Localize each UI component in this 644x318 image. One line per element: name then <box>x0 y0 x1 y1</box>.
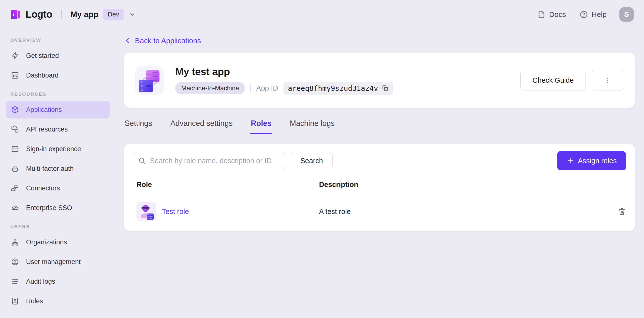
bar-chart-icon <box>11 71 19 79</box>
check-guide-button[interactable]: Check Guide <box>520 70 586 91</box>
env-badge: Dev <box>103 9 124 20</box>
org-chart-icon <box>11 238 19 246</box>
sidebar-item-audit-logs[interactable]: Audit logs <box>6 273 110 290</box>
role-icon <box>136 202 156 221</box>
current-app-name: My app <box>70 10 98 19</box>
tab-bar: Settings Advanced settings Roles Machine… <box>124 117 635 134</box>
docs-label: Docs <box>549 10 566 19</box>
user-avatar[interactable]: S <box>620 7 634 22</box>
chevron-left-icon <box>124 37 132 44</box>
app-header-card: My test app Machine-to-Machine App ID ar… <box>124 53 635 108</box>
sidebar-item-roles[interactable]: Roles <box>6 292 110 310</box>
column-header-description: Description <box>319 181 609 189</box>
column-header-role: Role <box>133 181 319 189</box>
app-id-value: areeq8fhmy9szud31az4v <box>288 84 378 93</box>
lightning-icon <box>11 51 19 60</box>
table-row: Test role A test role <box>133 194 626 229</box>
sidebar-item-user-management[interactable]: User management <box>6 253 110 271</box>
meta-divider <box>250 84 251 92</box>
cloud-box-icon <box>11 125 19 134</box>
copy-icon[interactable] <box>382 85 388 92</box>
connectors-icon <box>11 184 19 192</box>
brand: Logto <box>10 9 52 20</box>
app-switcher[interactable]: My app Dev <box>70 9 136 20</box>
cube-icon <box>11 106 19 114</box>
m2m-app-icon <box>135 66 164 95</box>
tab-advanced-settings[interactable]: Advanced settings <box>170 117 233 134</box>
cloud-key-icon <box>11 204 19 212</box>
search-input[interactable] <box>150 157 281 165</box>
app-id-label: App ID <box>256 84 278 92</box>
sidebar-item-applications[interactable]: Applications <box>6 101 110 119</box>
lock-icon <box>11 164 19 173</box>
search-icon <box>138 157 146 165</box>
back-to-applications-link[interactable]: Back to Applications <box>124 36 201 45</box>
tab-roles[interactable]: Roles <box>250 117 272 134</box>
role-name-link[interactable]: Test role <box>162 208 189 216</box>
docs-button[interactable]: Docs <box>537 10 566 19</box>
app-title: My test app <box>175 66 520 78</box>
help-label: Help <box>592 10 607 19</box>
sidebar-item-connectors[interactable]: Connectors <box>6 179 110 197</box>
tab-machine-logs[interactable]: Machine logs <box>289 117 335 134</box>
delete-role-button[interactable] <box>609 207 626 216</box>
topbar: Logto My app Dev Docs Help S <box>0 0 644 29</box>
trash-icon <box>618 207 626 216</box>
sidebar-item-api-resources[interactable]: API resources <box>6 121 110 138</box>
help-button[interactable]: Help <box>580 10 607 19</box>
chevron-down-icon <box>128 11 136 18</box>
topbar-divider <box>61 10 62 19</box>
help-icon <box>580 10 588 19</box>
plus-icon <box>566 157 574 164</box>
kebab-menu-button[interactable] <box>592 70 624 91</box>
assign-roles-button[interactable]: Assign roles <box>557 151 626 170</box>
table-header-row: Role Description <box>133 175 626 194</box>
sidebar-section-users: USERS <box>10 224 105 229</box>
sidebar-item-get-started[interactable]: Get started <box>6 47 110 65</box>
user-circle-icon <box>11 258 19 266</box>
browser-icon <box>11 145 19 153</box>
app-id-pill: areeq8fhmy9szud31az4v <box>284 82 393 95</box>
document-icon <box>537 10 546 19</box>
sidebar: OVERVIEW Get started Dashboard RESOURCES <box>0 29 116 318</box>
sidebar-item-organizations[interactable]: Organizations <box>6 233 110 251</box>
main-content: Back to Applications <box>116 29 644 318</box>
app-type-badge: Machine-to-Machine <box>175 82 245 94</box>
logto-logo-icon <box>10 9 21 20</box>
sidebar-item-dashboard[interactable]: Dashboard <box>6 66 110 84</box>
tab-settings[interactable]: Settings <box>124 117 153 134</box>
id-card-icon <box>11 297 19 305</box>
list-icon <box>11 277 19 286</box>
brand-name: Logto <box>26 9 52 20</box>
sidebar-section-resources: RESOURCES <box>10 92 105 97</box>
sidebar-item-multi-factor-auth[interactable]: Multi-factor auth <box>6 160 110 177</box>
search-button[interactable]: Search <box>291 152 332 169</box>
role-description: A test role <box>319 208 609 216</box>
sidebar-item-enterprise-sso[interactable]: Enterprise SSO <box>6 199 110 217</box>
role-search-box[interactable] <box>133 152 286 169</box>
roles-table: Role Description <box>133 175 626 229</box>
sidebar-section-overview: OVERVIEW <box>10 37 105 43</box>
sidebar-item-sign-in-experience[interactable]: Sign-in experience <box>6 140 110 158</box>
roles-panel: Search Assign roles Role Description <box>124 144 635 231</box>
